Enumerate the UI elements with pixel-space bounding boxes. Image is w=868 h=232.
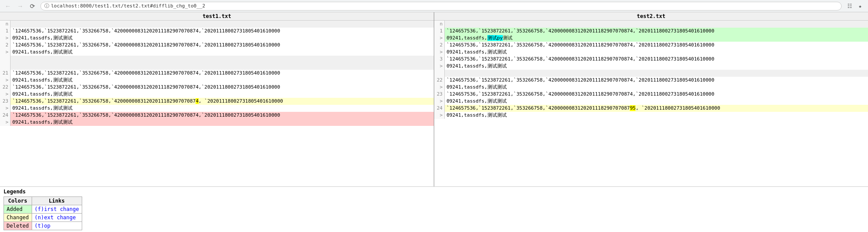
left-panel-inner: n 1 `124657536,`1523872261,`353266758,`4… bbox=[0, 21, 434, 126]
bookmarks-icon[interactable]: ☷ bbox=[845, 2, 854, 11]
legend-row-changed: Changed (n)ext change bbox=[4, 214, 82, 222]
line-number: 22 bbox=[434, 77, 445, 84]
back-button[interactable]: ← bbox=[4, 2, 12, 11]
line-content: `124657536,`1523872261,`353266758,`42000… bbox=[11, 98, 434, 105]
table-row: > 09241,tassdfs,测试测试 bbox=[434, 98, 868, 105]
right-panel-scroll[interactable]: n 1 `124657536,`1523872261,`353266758,`4… bbox=[434, 21, 868, 186]
line-content: `124657536,`1523872261,`353266758,`42000… bbox=[11, 28, 434, 35]
line-number: 24 bbox=[434, 105, 445, 112]
line-content: `124657536,`1523872261,`353266758,`42000… bbox=[445, 91, 868, 98]
table-row: 22 `124657536,`1523872261,`353266758,`42… bbox=[434, 77, 868, 84]
legend-top-link[interactable]: (t)op bbox=[32, 222, 82, 230]
line-content: `124657536,`1523872261,`353266758,`42000… bbox=[445, 56, 868, 63]
line-content: `124657536,`1523872261,`353266758,`42000… bbox=[11, 70, 434, 77]
line-content: `124657536,`1523872261,`353266758,`42000… bbox=[11, 112, 434, 119]
table-row: 24 `124657536,`1523872261,`353266758,`42… bbox=[0, 112, 434, 119]
table-row: 23 `124657536,`1523872261,`353266758,`42… bbox=[434, 91, 868, 98]
colors-header: Colors bbox=[4, 197, 32, 205]
table-row: 22 `124657536,`1523872261,`353266758,`42… bbox=[0, 84, 434, 91]
line-number: > bbox=[0, 91, 11, 98]
table-row: > 09241,tassdfs,测试测试 bbox=[0, 91, 434, 98]
left-panel-header: test1.txt bbox=[0, 12, 434, 21]
line-content: 09241,tassdfs,测试py测试 bbox=[445, 35, 868, 42]
table-row: > 09241,tassdfs,测试测试 bbox=[0, 105, 434, 112]
line-content: `124657536,`1523872261,`353266758,`42000… bbox=[11, 84, 434, 91]
diff-highlight: 4 bbox=[196, 98, 199, 104]
left-panel-scroll[interactable]: n 1 `124657536,`1523872261,`353266758,`4… bbox=[0, 21, 434, 186]
right-panel-header: test2.txt bbox=[434, 12, 868, 21]
left-panel: test1.txt n 1 `124657536,`1523872261,`35… bbox=[0, 12, 434, 186]
line-number bbox=[0, 63, 11, 70]
table-row: 3 `124657536,`1523872261,`353266758,`420… bbox=[434, 56, 868, 63]
line-number: > bbox=[0, 35, 11, 42]
line-content bbox=[445, 21, 868, 28]
star-icon[interactable]: ★ bbox=[856, 2, 864, 11]
line-content: 09241,tassdfs,测试测试 bbox=[445, 98, 868, 105]
lock-icon: ⓘ bbox=[44, 3, 49, 9]
line-number: > bbox=[0, 119, 11, 126]
url-text: localhost:8000/test1.txt/test2.txt#diffl… bbox=[51, 3, 205, 9]
line-number: > bbox=[434, 35, 445, 42]
line-number: 2 bbox=[434, 42, 445, 49]
line-content: 09241,tassdfs,测试测试 bbox=[445, 49, 868, 56]
line-content: 09241,tassdfs,测试测试 bbox=[11, 49, 434, 56]
browser-icons: ☷ ★ bbox=[845, 2, 864, 11]
first-change-anchor[interactable]: (f)irst change bbox=[35, 206, 79, 212]
line-number: 2 bbox=[0, 42, 11, 49]
table-row: > 09241,tassdfs,测试测试 bbox=[434, 49, 868, 56]
line-number: > bbox=[0, 49, 11, 56]
table-row: 21 `124657536,`1523872261,`353266758,`42… bbox=[0, 70, 434, 77]
legend-first-change-link[interactable]: (f)irst change bbox=[32, 205, 82, 214]
table-row bbox=[0, 63, 434, 70]
line-number: n bbox=[0, 21, 11, 28]
line-content bbox=[11, 21, 434, 28]
table-row: > 09241,tassdfs,测试测试 bbox=[434, 112, 868, 119]
line-content: 09241,tassdfs,测试测试 bbox=[11, 119, 434, 126]
table-row: 2 `124657536,`1523872261,`353266758,`420… bbox=[0, 42, 434, 49]
line-number: 21 bbox=[0, 70, 11, 77]
table-row: 1 `124657536,`1523872261,`353266758,`420… bbox=[434, 28, 868, 35]
legends-section: Legends Colors Links Added (f)irst chang… bbox=[0, 186, 868, 232]
table-row: > 09241,tassdfs,测试测试 bbox=[434, 84, 868, 91]
diff-panels: test1.txt n 1 `124657536,`1523872261,`35… bbox=[0, 12, 868, 186]
legend-row-deleted: Deleted (t)op bbox=[4, 222, 82, 230]
reload-button[interactable]: ⟳ bbox=[28, 2, 37, 11]
line-number: > bbox=[0, 77, 11, 84]
table-row: > 09241,tassdfs,测试测试 bbox=[0, 119, 434, 126]
line-content: `124657536,`1523872261,`353266758,`42000… bbox=[445, 28, 868, 35]
table-row: 24 `124657536,`1523872261,`353266758,`42… bbox=[434, 105, 868, 112]
links-header: Links bbox=[32, 197, 82, 205]
line-number: 1 bbox=[434, 28, 445, 35]
line-number bbox=[0, 56, 11, 63]
next-change-anchor[interactable]: (n)ext change bbox=[35, 214, 76, 221]
table-row: 2 `124657536,`1523872261,`353266758,`420… bbox=[434, 42, 868, 49]
table-row: > 09241,tassdfs,测试测试 bbox=[0, 77, 434, 84]
right-panel-inner: n 1 `124657536,`1523872261,`353266758,`4… bbox=[434, 21, 868, 119]
right-panel: test2.txt n 1 `124657536,`1523872261,`35… bbox=[434, 12, 868, 186]
diff-highlight: 测试py bbox=[487, 35, 503, 41]
legend-row-added: Added (f)irst change bbox=[4, 205, 82, 214]
line-number: 1 bbox=[0, 28, 11, 35]
line-content: 09241,tassdfs,测试测试 bbox=[11, 91, 434, 98]
line-number: > bbox=[434, 63, 445, 70]
line-number: 23 bbox=[0, 98, 11, 105]
table-row bbox=[0, 56, 434, 63]
line-content: 09241,tassdfs,测试测试 bbox=[445, 63, 868, 70]
line-content: `124657536,`1523872261,`353266758,`42000… bbox=[445, 105, 868, 112]
top-anchor[interactable]: (t)op bbox=[35, 223, 51, 229]
legend-added-label: Added bbox=[4, 205, 32, 214]
line-number: > bbox=[434, 98, 445, 105]
table-row: > 09241,tassdfs,测试测试 bbox=[434, 63, 868, 70]
address-bar[interactable]: ⓘ localhost:8000/test1.txt/test2.txt#dif… bbox=[40, 2, 842, 11]
table-row bbox=[434, 70, 868, 77]
forward-button[interactable]: → bbox=[16, 2, 25, 11]
line-content: `124657536,`1523872261,`353266758,`42000… bbox=[11, 42, 434, 49]
legend-next-change-link[interactable]: (n)ext change bbox=[32, 214, 82, 222]
line-number: 24 bbox=[0, 112, 11, 119]
line-number: 22 bbox=[0, 84, 11, 91]
diff-highlight: 95 bbox=[630, 105, 636, 111]
line-content: 09241,tassdfs,测试测试 bbox=[11, 105, 434, 112]
table-row: n bbox=[0, 21, 434, 28]
browser-chrome: ← → ⟳ ⓘ localhost:8000/test1.txt/test2.t… bbox=[0, 0, 868, 12]
line-number: > bbox=[434, 84, 445, 91]
